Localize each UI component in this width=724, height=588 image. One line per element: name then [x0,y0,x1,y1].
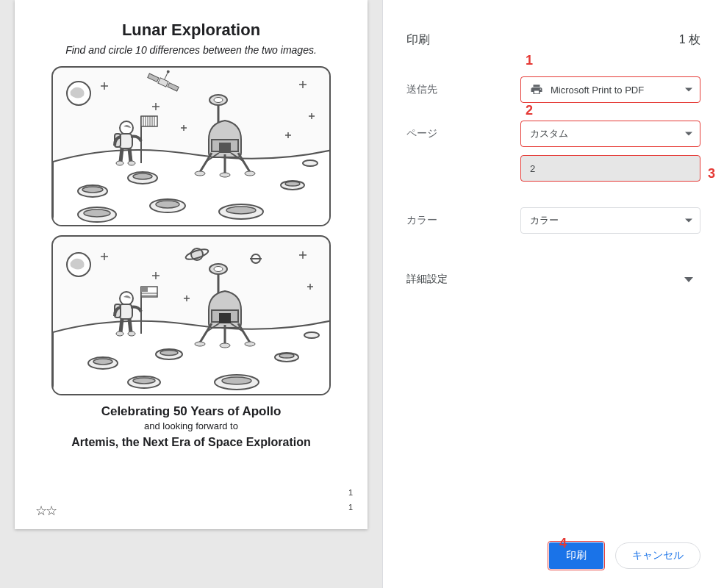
lunar-scene-top-illustration [53,68,331,226]
panel-title: 印刷 [406,32,430,48]
chevron-down-icon [684,277,693,282]
print-settings-panel: 印刷 1 枚 送信先 Microsoft Print to PDF ページ カス… [382,0,724,588]
svg-point-58 [195,342,205,346]
sheet-count: 1 枚 [679,32,700,48]
svg-point-59 [245,342,255,346]
cancel-button-label: キャンセル [632,549,684,562]
svg-point-41 [133,173,152,179]
svg-line-4 [165,73,168,79]
svg-point-5 [166,70,170,74]
destination-label: 送信先 [406,83,520,96]
pages-label: ページ [406,127,520,140]
page-subtitle: Find and circle 10 differences between t… [37,44,345,56]
color-select[interactable]: カラー [520,207,700,234]
svg-point-31 [128,161,135,165]
svg-point-15 [245,171,255,176]
svg-rect-54 [219,313,231,323]
svg-point-42 [156,201,179,208]
print-button-label: 印刷 [566,549,587,562]
svg-rect-2 [148,74,159,82]
svg-point-60 [220,343,230,348]
destination-value: Microsoft Print to PDF [551,85,644,96]
preview-page: Lunar Exploration Find and circle 10 dif… [15,0,368,529]
annotation-3: 3 [708,166,715,182]
svg-point-68 [120,292,133,305]
panel-header: 印刷 1 枚 [406,18,700,62]
row-pages-input: 2 [406,151,700,185]
svg-point-79 [93,359,112,365]
svg-point-14 [195,171,205,176]
page-title: Lunar Exploration [37,21,345,40]
svg-point-78 [304,332,319,338]
printer-icon [530,83,543,96]
svg-point-43 [226,207,256,214]
footer-artemis: Artemis, the Next Era of Space Explorati… [37,436,345,449]
svg-rect-10 [219,143,231,153]
svg-point-8 [214,98,223,103]
row-destination: 送信先 Microsoft Print to PDF [406,68,700,112]
svg-point-83 [279,354,294,358]
page-number-b: 1 [348,503,353,512]
chevron-down-icon [685,88,692,92]
pages-input[interactable]: 2 [520,155,700,182]
page-number-a: 1 [348,488,353,497]
svg-point-27 [120,121,133,135]
footer-celebrating: Celebrating 50 Years of Apollo [37,404,345,419]
cancel-button[interactable]: キャンセル [615,542,700,569]
chevron-down-icon [685,219,692,223]
svg-point-80 [133,378,155,384]
color-label: カラー [406,214,520,227]
print-preview-pane: Lunar Exploration Find and circle 10 dif… [0,0,382,588]
row-color: カラー カラー [406,198,700,243]
advanced-label: 詳細設定 [406,273,448,286]
row-pages: ページ カスタム [406,112,700,156]
scene-bottom [51,235,331,395]
color-value: カラー [530,214,559,227]
pages-mode-select[interactable]: カスタム [520,121,700,147]
scene-top [51,66,331,226]
svg-rect-1 [158,78,168,87]
svg-rect-65 [141,287,148,292]
svg-point-40 [84,209,110,217]
svg-point-72 [128,331,135,336]
svg-point-81 [160,351,178,356]
pages-input-value: 2 [530,163,535,174]
star-rating: ☆☆ [35,503,56,519]
svg-point-71 [116,331,123,336]
advanced-toggle[interactable]: 詳細設定 [406,257,700,301]
svg-point-52 [214,267,223,272]
svg-point-82 [222,377,251,384]
pages-mode-value: カスタム [530,127,568,140]
svg-point-38 [303,160,318,166]
svg-point-39 [82,187,103,193]
footer-looking: and looking forward to [37,420,345,431]
svg-point-44 [285,182,300,186]
destination-select[interactable]: Microsoft Print to PDF [520,76,700,103]
print-button[interactable]: 印刷 [549,542,603,569]
chevron-down-icon [685,132,692,136]
svg-rect-3 [168,83,179,91]
lunar-scene-bottom-illustration [53,237,331,395]
dialog-footer: 印刷 キャンセル [549,542,700,569]
page-footer: Celebrating 50 Years of Apollo and looki… [37,404,345,449]
svg-point-30 [116,161,123,165]
svg-point-16 [220,173,230,177]
